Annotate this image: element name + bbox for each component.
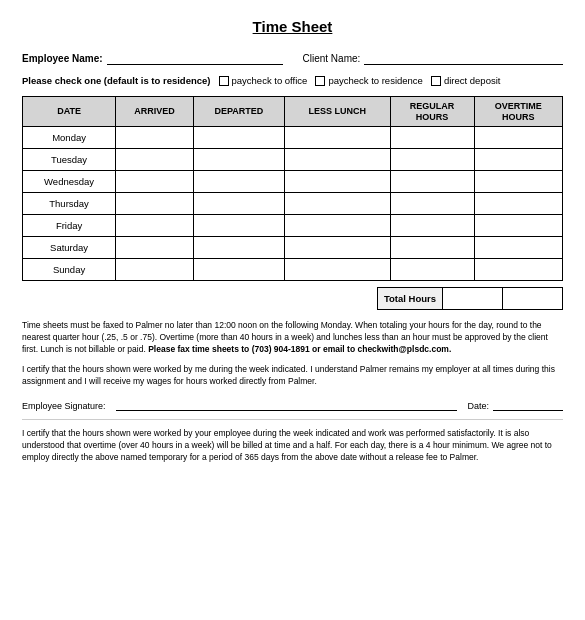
overtime-tuesday[interactable] — [474, 149, 562, 171]
day-sunday: Sunday — [23, 259, 116, 281]
col-less-lunch: LESS LUNCH — [285, 97, 390, 127]
employee-name-input[interactable] — [107, 51, 283, 65]
employee-sig-line[interactable] — [116, 397, 458, 411]
col-departed: DEPARTED — [193, 97, 284, 127]
employee-name-label: Employee Name: — [22, 53, 103, 64]
overtime-saturday[interactable] — [474, 237, 562, 259]
certify-para: I certify that the hours shown were work… — [22, 364, 563, 388]
timesheet-table: DATE ARRIVED DEPARTED LESS LUNCH REGULAR… — [22, 96, 563, 281]
col-overtime-hours: OVERTIMEHOURS — [474, 97, 562, 127]
departed-tuesday[interactable] — [193, 149, 284, 171]
lunch-friday[interactable] — [285, 215, 390, 237]
employee-signature-row: Employee Signature: Date: — [22, 397, 563, 411]
header-fields: Employee Name: Client Name: — [22, 51, 563, 65]
checkbox-office-box[interactable] — [219, 76, 229, 86]
lunch-tuesday[interactable] — [285, 149, 390, 171]
checkbox-deposit[interactable]: direct deposit — [431, 75, 501, 86]
col-regular-hours: REGULARHOURS — [390, 97, 474, 127]
table-row: Thursday — [23, 193, 563, 215]
notes-section: Time sheets must be faxed to Palmer no l… — [22, 320, 563, 356]
certify-section: I certify that the hours shown were work… — [22, 364, 563, 388]
please-check-label: Please check one (default is to residenc… — [22, 75, 211, 86]
employer-notes: I certify that the hours shown were work… — [22, 428, 563, 464]
checkbox-office[interactable]: paycheck to office — [219, 75, 308, 86]
employer-para: I certify that the hours shown were work… — [22, 428, 563, 464]
departed-thursday[interactable] — [193, 193, 284, 215]
day-thursday: Thursday — [23, 193, 116, 215]
regular-wednesday[interactable] — [390, 171, 474, 193]
overtime-sunday[interactable] — [474, 259, 562, 281]
total-hours-label: Total Hours — [377, 288, 442, 310]
table-row: Friday — [23, 215, 563, 237]
checkbox-residence-box[interactable] — [315, 76, 325, 86]
checkbox-office-label: paycheck to office — [232, 75, 308, 86]
arrived-tuesday[interactable] — [116, 149, 194, 171]
overtime-wednesday[interactable] — [474, 171, 562, 193]
total-regular-value[interactable] — [443, 288, 503, 310]
table-row: Wednesday — [23, 171, 563, 193]
day-wednesday: Wednesday — [23, 171, 116, 193]
departed-sunday[interactable] — [193, 259, 284, 281]
regular-tuesday[interactable] — [390, 149, 474, 171]
day-tuesday: Tuesday — [23, 149, 116, 171]
arrived-thursday[interactable] — [116, 193, 194, 215]
regular-friday[interactable] — [390, 215, 474, 237]
lunch-sunday[interactable] — [285, 259, 390, 281]
table-row: Saturday — [23, 237, 563, 259]
regular-saturday[interactable] — [390, 237, 474, 259]
checkbox-deposit-box[interactable] — [431, 76, 441, 86]
lunch-saturday[interactable] — [285, 237, 390, 259]
arrived-friday[interactable] — [116, 215, 194, 237]
arrived-monday[interactable] — [116, 127, 194, 149]
arrived-sunday[interactable] — [116, 259, 194, 281]
departed-friday[interactable] — [193, 215, 284, 237]
page-title: Time Sheet — [22, 18, 563, 35]
client-name-group: Client Name: — [303, 51, 564, 65]
lunch-thursday[interactable] — [285, 193, 390, 215]
arrived-wednesday[interactable] — [116, 171, 194, 193]
total-overtime-value[interactable] — [503, 288, 563, 310]
table-row: Tuesday — [23, 149, 563, 171]
notes-bold: Please fax time sheets to (703) 904-1891… — [148, 344, 451, 354]
date-line[interactable] — [493, 397, 563, 411]
arrived-saturday[interactable] — [116, 237, 194, 259]
day-saturday: Saturday — [23, 237, 116, 259]
checkbox-row: Please check one (default is to residenc… — [22, 75, 563, 86]
regular-sunday[interactable] — [390, 259, 474, 281]
overtime-friday[interactable] — [474, 215, 562, 237]
regular-monday[interactable] — [390, 127, 474, 149]
employee-name-group: Employee Name: — [22, 51, 283, 65]
client-name-label: Client Name: — [303, 53, 361, 64]
overtime-thursday[interactable] — [474, 193, 562, 215]
date-label: Date: — [467, 401, 489, 411]
col-arrived: ARRIVED — [116, 97, 194, 127]
regular-thursday[interactable] — [390, 193, 474, 215]
departed-saturday[interactable] — [193, 237, 284, 259]
client-name-input[interactable] — [364, 51, 563, 65]
table-row: Monday — [23, 127, 563, 149]
overtime-monday[interactable] — [474, 127, 562, 149]
divider — [22, 419, 563, 420]
day-friday: Friday — [23, 215, 116, 237]
table-row: Sunday — [23, 259, 563, 281]
lunch-wednesday[interactable] — [285, 171, 390, 193]
total-hours-table: Total Hours — [377, 287, 563, 310]
day-monday: Monday — [23, 127, 116, 149]
total-row: Total Hours — [22, 287, 563, 310]
checkbox-residence[interactable]: paycheck to residence — [315, 75, 423, 86]
checkbox-deposit-label: direct deposit — [444, 75, 501, 86]
date-group: Date: — [467, 397, 563, 411]
departed-wednesday[interactable] — [193, 171, 284, 193]
col-date: DATE — [23, 97, 116, 127]
table-header-row: DATE ARRIVED DEPARTED LESS LUNCH REGULAR… — [23, 97, 563, 127]
checkbox-residence-label: paycheck to residence — [328, 75, 423, 86]
employee-sig-label: Employee Signature: — [22, 401, 106, 411]
lunch-monday[interactable] — [285, 127, 390, 149]
departed-monday[interactable] — [193, 127, 284, 149]
